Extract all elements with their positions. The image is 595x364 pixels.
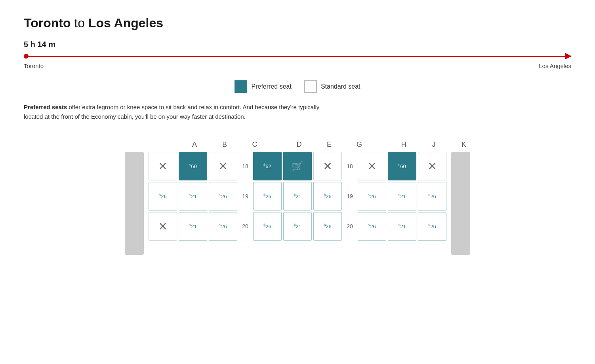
seat-18H[interactable]: × — [358, 152, 386, 180]
row-19-group-2: $26 $21 $26 — [253, 182, 342, 210]
seat-20H[interactable]: $26 — [358, 212, 386, 241]
seat-18J[interactable]: $60 — [388, 152, 416, 180]
col-header-D: D — [285, 140, 313, 149]
seat-18E[interactable]: 🛒 — [283, 152, 312, 180]
col-group-1: A B C — [180, 140, 269, 149]
seat-map-body: × $60 × 18 $62 🛒 — [125, 152, 470, 255]
col-header-G: G — [345, 140, 374, 149]
col-header-K: K — [450, 140, 478, 149]
seat-20A[interactable]: × — [149, 212, 177, 241]
col-header-H: H — [389, 140, 418, 149]
row-20-group-2: $26 $21 $26 — [253, 212, 342, 241]
seat-row-18: × $60 × 18 $62 🛒 — [149, 152, 446, 180]
row-20-group-1: × $21 $26 — [149, 212, 237, 241]
seat-19G[interactable]: $26 — [313, 182, 342, 210]
seat-20E[interactable]: $21 — [283, 212, 312, 241]
seat-price: $21 — [398, 193, 406, 199]
row-18-group-1: × $60 × — [149, 152, 237, 180]
seat-19K[interactable]: $26 — [418, 182, 446, 210]
seat-18B[interactable]: $60 — [179, 152, 207, 180]
row-19-group-3: $26 $21 $26 — [358, 182, 446, 210]
seat-price: $60 — [398, 163, 406, 169]
destination-label: Los Angeles — [539, 63, 571, 69]
seat-price: $26 — [368, 223, 376, 229]
col-group-3: H J K — [389, 140, 478, 149]
unavailable-icon: × — [219, 159, 227, 173]
flight-line — [24, 52, 571, 60]
seat-20G[interactable]: $26 — [313, 212, 342, 241]
seat-price: $26 — [263, 223, 271, 229]
seat-price: $26 — [368, 193, 376, 199]
seat-price: $26 — [219, 223, 227, 229]
col-header-J: J — [420, 140, 448, 149]
description-bold: Preferred seats — [24, 104, 67, 110]
unavailable-icon: × — [428, 159, 436, 173]
arrow-head-icon — [565, 53, 572, 59]
seat-row-20: × $21 $26 20 $26 $21 — [149, 212, 446, 241]
row-19-gap-1: 19 — [237, 193, 253, 199]
seat-20B[interactable]: $21 — [179, 212, 207, 241]
seat-row-19: $26 $21 $26 19 $26 $21 — [149, 182, 446, 210]
flight-line-bar — [24, 56, 571, 57]
seats-area: × $60 × 18 $62 🛒 — [149, 152, 446, 255]
left-wall — [125, 152, 144, 255]
unavailable-icon: × — [368, 159, 376, 173]
seat-19B[interactable]: $21 — [179, 182, 207, 210]
row-18-group-2: $62 🛒 × — [253, 152, 342, 180]
row-18-gap-2: 18 — [342, 163, 358, 169]
seat-19E[interactable]: $21 — [283, 182, 312, 210]
seat-map: A B C D E G H J K × — [24, 140, 571, 255]
preferred-legend-label: Preferred seat — [251, 83, 291, 90]
seat-19C[interactable]: $26 — [209, 182, 237, 210]
seat-price: $26 — [159, 193, 166, 199]
seat-20D[interactable]: $26 — [253, 212, 282, 241]
right-wall — [451, 152, 470, 255]
description-rest: offer extra legroom or knee space to sit… — [24, 104, 319, 120]
row-20-gap-2: 20 — [342, 223, 358, 229]
unavailable-icon: × — [158, 159, 167, 173]
seat-18A[interactable]: × — [149, 152, 177, 180]
row-19-gap-2: 19 — [342, 193, 358, 199]
col-header-C: C — [240, 140, 269, 149]
seat-20C[interactable]: $26 — [209, 212, 237, 241]
seat-price: $21 — [189, 223, 196, 229]
seat-19H[interactable]: $26 — [358, 182, 386, 210]
seat-legend: Preferred seat Standard seat — [24, 80, 571, 93]
standard-legend-item: Standard seat — [304, 80, 360, 93]
seat-18D[interactable]: $62 — [253, 152, 282, 180]
standard-legend-label: Standard seat — [321, 83, 360, 90]
seat-price: $26 — [219, 193, 227, 199]
connector: to — [71, 16, 88, 30]
origin-city: Toronto — [24, 16, 71, 30]
column-headers: A B C D E G H J K — [117, 140, 478, 149]
row-18-group-3: × $60 × — [358, 152, 446, 180]
seat-price: $26 — [428, 223, 436, 229]
unavailable-icon: × — [323, 159, 332, 173]
row-20-gap-1: 20 — [237, 223, 253, 229]
preferred-legend-box — [235, 80, 247, 93]
seat-20K[interactable]: $26 — [418, 212, 446, 241]
seat-19A[interactable]: $26 — [149, 182, 177, 210]
seat-18K[interactable]: × — [418, 152, 446, 180]
seat-18C[interactable]: × — [209, 152, 237, 180]
seat-price: $26 — [324, 193, 331, 199]
preferred-description: Preferred seats offer extra legroom or k… — [24, 102, 333, 121]
row-18-gap-1: 18 — [237, 163, 253, 169]
seat-price: $26 — [263, 193, 271, 199]
seat-18G[interactable]: × — [313, 152, 342, 180]
preferred-legend-item: Preferred seat — [235, 80, 291, 93]
seat-price: $21 — [189, 193, 196, 199]
col-header-A: A — [180, 140, 209, 149]
seat-19D[interactable]: $26 — [253, 182, 282, 210]
col-group-2: D E G — [285, 140, 374, 149]
col-header-B: B — [210, 140, 239, 149]
row-19-group-1: $26 $21 $26 — [149, 182, 237, 210]
col-header-E: E — [315, 140, 343, 149]
flight-duration: 5 h 14 m — [24, 40, 571, 49]
standard-legend-box — [304, 80, 317, 93]
seat-20J[interactable]: $21 — [388, 212, 416, 241]
destination-city: Los Angeles — [88, 16, 163, 30]
flight-cities: Toronto Los Angeles — [24, 63, 571, 69]
seat-19J[interactable]: $21 — [388, 182, 416, 210]
seat-price: $60 — [189, 163, 196, 169]
